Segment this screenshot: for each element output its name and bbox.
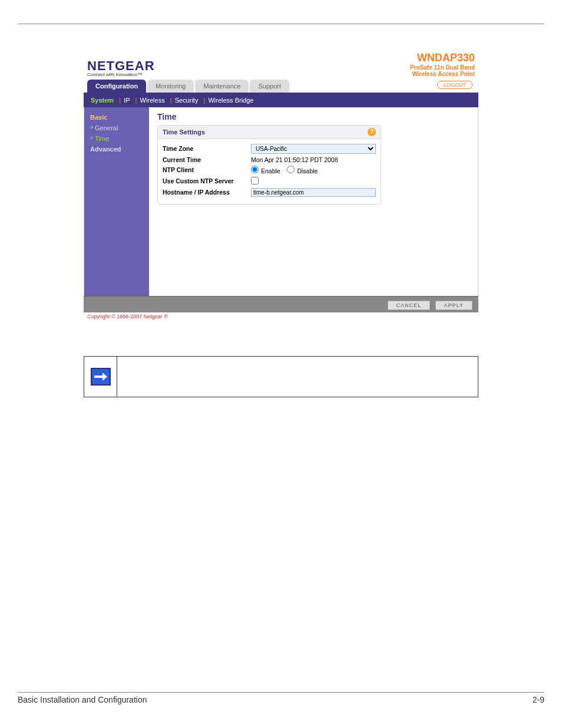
- footer-section: Basic Installation and Configuration: [18, 695, 147, 704]
- hostname-input[interactable]: [251, 188, 376, 197]
- ntp-disable-option[interactable]: Disable: [287, 167, 318, 174]
- tab-configuration[interactable]: Configuration: [87, 80, 146, 93]
- logout-button[interactable]: LOGOUT: [437, 81, 472, 89]
- tab-maintenance[interactable]: Maintenance: [195, 80, 249, 93]
- product-name: WNDAP330: [410, 52, 475, 64]
- note-box: [84, 356, 478, 397]
- custom-ntp-label: Use Custom NTP Server: [163, 177, 251, 185]
- sidebar-item-time[interactable]: Time: [84, 133, 149, 144]
- footer-page-number: 2-9: [533, 695, 544, 704]
- logo: NETGEAR Connect with Innovation™: [87, 60, 155, 77]
- timezone-select[interactable]: USA-Pacific: [251, 144, 376, 154]
- panel-title: Time Settings: [163, 129, 205, 136]
- subnav-system[interactable]: System: [91, 97, 114, 104]
- subnav-ip[interactable]: IP: [124, 97, 130, 104]
- product-sub1: ProSafe 11n Dual Band: [410, 64, 475, 71]
- page-footer: Basic Installation and Configuration 2-9: [18, 692, 544, 704]
- timezone-label: Time Zone: [163, 145, 251, 152]
- product-info: WNDAP330 ProSafe 11n Dual Band Wireless …: [410, 52, 475, 77]
- sub-nav: System | IP | Wireless | Security | Wire…: [84, 93, 478, 107]
- sidebar-section-advanced[interactable]: Advanced: [84, 144, 149, 154]
- cancel-button[interactable]: CANCEL: [388, 301, 431, 310]
- copyright: Copyright © 1996-2007 Netgear ®: [84, 312, 478, 321]
- logo-text: NETGEAR: [87, 60, 155, 73]
- subnav-wireless[interactable]: Wireless: [140, 97, 165, 104]
- main-tabs: Configuration Monitoring Maintenance Sup…: [84, 80, 478, 93]
- main-content: Time Time Settings ? Time Zone USA-Pacif…: [149, 107, 478, 296]
- ntp-enable-option[interactable]: Enable: [251, 167, 280, 174]
- action-bar: CANCEL APPLY: [84, 296, 478, 312]
- sidebar: Basic General Time Advanced: [84, 107, 149, 296]
- hostname-label: Hostname / IP Address: [163, 189, 251, 196]
- subnav-security[interactable]: Security: [175, 97, 199, 104]
- tab-monitoring[interactable]: Monitoring: [147, 80, 194, 93]
- help-icon[interactable]: ?: [368, 128, 376, 136]
- ntp-enable-radio[interactable]: [251, 166, 259, 173]
- page-title: Time: [157, 112, 470, 121]
- subnav-wireless-bridge[interactable]: Wireless Bridge: [208, 97, 253, 104]
- current-time-value: Mon Apr 21 01:50:12 PDT 2008: [251, 156, 376, 163]
- product-sub2: Wireless Access Point: [410, 71, 475, 77]
- apply-button[interactable]: APPLY: [435, 301, 472, 310]
- tab-support[interactable]: Support: [250, 80, 289, 93]
- sidebar-section-basic[interactable]: Basic: [84, 112, 149, 123]
- current-time-label: Current Time: [163, 156, 251, 163]
- ntp-disable-radio[interactable]: [287, 166, 295, 173]
- router-admin-screenshot: NETGEAR Connect with Innovation™ WNDAP33…: [84, 48, 478, 321]
- custom-ntp-checkbox[interactable]: [251, 177, 259, 185]
- note-icon-cell: [84, 357, 117, 397]
- header: NETGEAR Connect with Innovation™ WNDAP33…: [84, 48, 478, 80]
- ntp-client-label: NTP Client: [163, 166, 251, 173]
- arrow-right-icon: [91, 368, 111, 386]
- sidebar-item-general[interactable]: General: [84, 123, 149, 133]
- time-settings-panel: Time Settings ? Time Zone USA-Pacific: [157, 125, 381, 205]
- logo-tagline: Connect with Innovation™: [87, 73, 155, 77]
